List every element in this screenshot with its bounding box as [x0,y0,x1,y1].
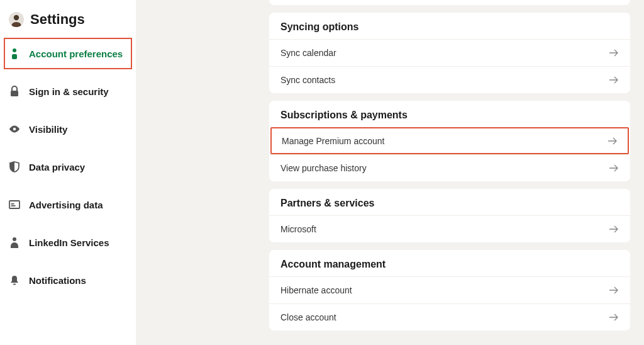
card-syncing-options: Syncing options Sync calendar Sync conta… [269,13,630,93]
arrow-right-icon [608,137,618,145]
svg-rect-9 [13,284,16,285]
svg-point-1 [13,48,16,52]
sidebar-item-label: Notifications [29,275,86,286]
row-view-purchase-history[interactable]: View purchase history [269,154,630,181]
card-subscriptions-payments: Subscriptions & payments Manage Premium … [269,101,630,181]
main-content: Syncing options Sync calendar Sync conta… [136,0,644,345]
svg-rect-2 [12,54,17,59]
arrow-right-icon [609,286,619,295]
svg-point-4 [13,128,16,131]
row-label: Close account [280,312,336,322]
row-manage-premium-account[interactable]: Manage Premium account [270,127,629,154]
sidebar-item-label: Advertising data [29,200,103,210]
arrow-right-icon [609,313,619,322]
shield-icon [9,161,20,172]
svg-rect-3 [11,91,18,96]
avatar[interactable] [9,12,24,27]
row-label: Microsoft [280,224,316,234]
svg-rect-6 [11,203,14,205]
card-partners-services: Partners & services Microsoft [269,189,630,242]
sidebar-item-notifications[interactable]: Notifications [0,266,136,295]
card-stub [269,0,630,5]
arrow-right-icon [609,76,619,84]
row-sync-contacts[interactable]: Sync contacts [269,66,630,93]
lock-icon [9,86,20,97]
row-label: Sync calendar [280,48,336,58]
section-title: Syncing options [269,13,630,39]
arrow-right-icon [609,164,619,172]
sidebar-item-data-privacy[interactable]: Data privacy [0,152,136,181]
svg-point-8 [13,237,16,241]
sidebar-item-linkedin-services[interactable]: LinkedIn Services [0,228,136,257]
sidebar-item-label: Visibility [29,124,67,135]
person-icon [9,237,20,248]
row-microsoft[interactable]: Microsoft [269,215,630,242]
sidebar-item-sign-in-security[interactable]: Sign in & security [0,77,136,106]
card-account-management: Account management Hibernate account Clo… [269,250,630,331]
row-label: Hibernate account [280,285,352,295]
ad-icon [9,199,20,210]
sidebar-item-label: Account preferences [29,48,123,59]
sidebar-item-label: LinkedIn Services [29,237,109,248]
bell-icon [9,274,20,286]
user-avatar-icon [10,13,23,27]
sidebar-item-account-preferences[interactable]: Account preferences [5,39,131,68]
row-close-account[interactable]: Close account [269,303,630,331]
user-icon [9,48,20,59]
section-title: Subscriptions & payments [269,101,630,127]
sidebar-item-label: Data privacy [29,162,85,172]
section-title: Account management [269,250,630,276]
sidebar-item-label: Sign in & security [29,86,109,97]
page-title: Settings [30,11,85,28]
row-sync-calendar[interactable]: Sync calendar [269,39,630,66]
sidebar-item-advertising-data[interactable]: Advertising data [0,190,136,219]
svg-point-0 [14,15,19,20]
row-label: Manage Premium account [282,136,384,146]
row-label: View purchase history [280,163,367,173]
arrow-right-icon [609,225,619,234]
row-label: Sync contacts [280,75,335,85]
settings-header: Settings [0,11,136,39]
sidebar: Settings Account preferences Sign in & s… [0,0,136,345]
section-title: Partners & services [269,189,630,215]
row-hibernate-account[interactable]: Hibernate account [269,276,630,303]
sidebar-item-visibility[interactable]: Visibility [0,115,136,144]
svg-rect-7 [11,205,16,206]
svg-rect-5 [9,201,19,208]
arrow-right-icon [609,48,619,57]
eye-icon [9,123,20,135]
